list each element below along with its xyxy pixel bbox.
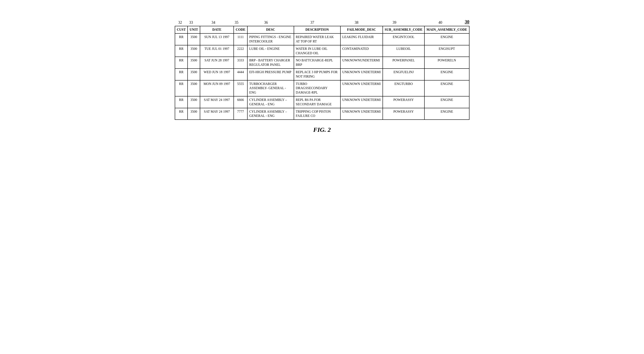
cell-failmode: UNKNOWNUNDETERMI [340,57,383,69]
cell-desc: CYLINDER ASSEMBLY – GENERAL - ENG [247,108,294,120]
col-num-39: 39 [378,19,411,25]
cell-date: TUE JUL 01 1997 [200,45,234,57]
table-row: RR3500MON JUN 09 19975555TURBOCHARGER AS… [175,80,469,96]
cell-desc: LUBE OIL - ENGINE [247,45,294,57]
fig-label: FIG. 2 [175,126,470,133]
cell-unit: 3500 [188,45,200,57]
col-num-33: 33 [186,19,197,25]
cell-cust: RR [175,57,188,69]
cell-failmode: UNKNOWN UNDETERMI [340,80,383,96]
header-description: DESCRIPTION [294,26,340,33]
cell-subassembly: ENGTURBO [383,80,425,96]
cell-code: 1111 [234,33,247,45]
main-table-wrapper: CUST UNIT DATE CODE DESC DESCRIPTION FAI… [175,26,470,120]
cell-unit: 3500 [188,108,200,120]
header-unit: UNIT [188,26,200,33]
cell-desc: TURBOCHARGER ASSEMBLY- GENERAL - ENG [247,80,294,96]
cell-subassembly: ENGINTCOOL [383,33,425,45]
page-container: 30 32 33 34 35 36 37 38 39 40 CUST UNIT [175,19,470,133]
cell-date: WED JUN 18 1997 [200,69,234,80]
cell-subassembly: POWERASSY [383,96,425,108]
cell-code: 5555 [234,80,247,96]
cell-desc: EFI-HIGH PRESSURE PUMP [247,69,294,80]
cell-desc: PIPING FITTINGS - ENGINE INTERCOOLER [247,33,294,45]
cell-failmode: CONTAMINATED [340,45,383,57]
cell-date: SAT MAY 24 1997 [200,108,234,120]
cell-unit: 3500 [188,33,200,45]
header-cust: CUST [175,26,188,33]
header-date: DATE [200,26,234,33]
cell-mainassembly: ENGINE [424,33,469,45]
cell-failmode: UNKNOWN UNDETERMI [340,69,383,80]
cell-failmode: LEAKING FLUIDAIR [340,33,383,45]
col-num-37: 37 [289,19,336,25]
cell-subassembly: LUBEOIL [383,45,425,57]
cell-mainassembly: ENGISUPT [424,45,469,57]
cell-description: REPLACE 3 HP PUMPS FOR NOT FIRING [294,69,340,80]
col-num-36: 36 [243,19,289,25]
col-num-38: 38 [336,19,378,25]
cell-mainassembly: POWERELN [424,57,469,69]
cell-cust: RR [175,80,188,96]
cell-mainassembly: ENGINE [424,108,469,120]
cell-date: MON JUN 09 1997 [200,80,234,96]
cell-description: REPAIRED WATER LEAK AT TOP OF RT [294,33,340,45]
cell-description: NO BATTCHARGE-REPL BRP [294,57,340,69]
col-num-40: 40 [411,19,470,25]
cell-mainassembly: ENGINE [424,69,469,80]
cell-cust: RR [175,69,188,80]
cell-description: TURBO DRAGSSECONDARY DAMAGE-RPL [294,80,340,96]
table-row: RR3500SAT MAY 24 19976666CYLINDER ASSEMB… [175,96,469,108]
cell-failmode: UNKNOWN UNDETERMI [340,108,383,120]
cell-subassembly: POWERPANEL [383,57,425,69]
cell-desc: CYLINDER ASSEMBLY – GENERAL - ENG [247,96,294,108]
header-desc: DESC [247,26,294,33]
cell-mainassembly: ENGINE [424,80,469,96]
cell-unit: 3500 [188,69,200,80]
cell-unit: 3500 [188,80,200,96]
cell-date: SAT MAY 24 1997 [200,96,234,108]
cell-desc: BRP - BATTERY CHARGER REGULATOR PANEL [247,57,294,69]
header-subassembly: SUB_ASSEMBLY_CODE [383,26,425,33]
header-mainassembly: MAIN_ASSEMBLY_CODE [424,26,469,33]
table-row: RR3500SUN JUL 13 19971111PIPING FITTINGS… [175,33,469,45]
cell-code: 7777 [234,108,247,120]
cell-cust: RR [175,108,188,120]
cell-subassembly: ENGFUELINJ [383,69,425,80]
column-numbers-table: 32 33 34 35 36 37 38 39 40 [175,19,470,25]
table-row: RR3500WED JUN 18 19974444EFI-HIGH PRESSU… [175,69,469,80]
table-row: RR3500SAT JUN 28 19973333BRP - BATTERY C… [175,57,469,69]
cell-code: 4444 [234,69,247,80]
table-row: RR3500TUE JUL 01 19972222LUBE OIL - ENGI… [175,45,469,57]
cell-code: 2222 [234,45,247,57]
col-num-35: 35 [230,19,243,25]
col-num-32: 32 [175,19,186,25]
cell-cust: RR [175,33,188,45]
header-code: CODE [234,26,247,33]
cell-mainassembly: ENGINE [424,96,469,108]
col-num-34: 34 [197,19,230,25]
cell-unit: 3500 [188,57,200,69]
cell-cust: RR [175,45,188,57]
header-row: CUST UNIT DATE CODE DESC DESCRIPTION FAI… [175,26,469,33]
cell-code: 3333 [234,57,247,69]
table-row: RR3500SAT MAY 24 19977777CYLINDER ASSEMB… [175,108,469,120]
cell-failmode: UNKNOWN UNDETERMI [340,96,383,108]
cell-description: TRIPPING COP PISTON FAILURE CO [294,108,340,120]
cell-date: SUN JUL 13 1997 [200,33,234,45]
cell-subassembly: POWERASSY [383,108,425,120]
cell-description: REPL R6 PA FOR SECONDARY DAMAGE [294,96,340,108]
cell-code: 6666 [234,96,247,108]
cell-unit: 3500 [188,96,200,108]
cell-description: WATER IN LUBE OIL CHANGED OIL [294,45,340,57]
header-failmode: FAILMODE_DESC [340,26,383,33]
cell-date: SAT JUN 28 1997 [200,57,234,69]
main-table: CUST UNIT DATE CODE DESC DESCRIPTION FAI… [175,26,470,120]
cell-cust: RR [175,96,188,108]
